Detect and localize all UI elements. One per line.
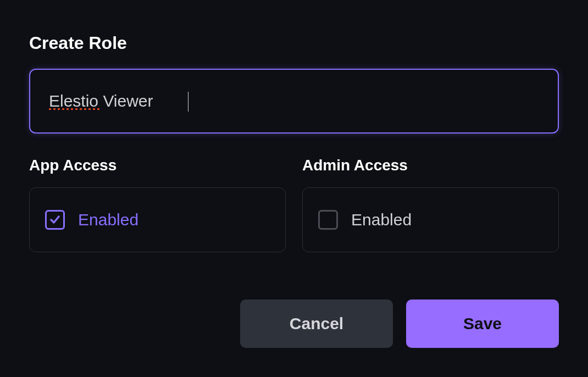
app-access-checkbox-card[interactable]: Enabled [29, 187, 286, 252]
admin-access-label: Admin Access [302, 157, 559, 174]
app-access-label: App Access [29, 157, 286, 174]
app-access-checkbox[interactable] [45, 210, 65, 230]
admin-access-checkbox[interactable] [318, 210, 338, 230]
role-name-input[interactable] [29, 69, 559, 134]
save-button[interactable]: Save [406, 300, 559, 348]
app-access-block: App Access Enabled [29, 157, 286, 252]
button-row: Cancel Save [240, 300, 559, 348]
page-title: Create Role [29, 33, 559, 53]
access-row: App Access Enabled Admin Access Enabled [29, 157, 559, 252]
admin-access-block: Admin Access Enabled [302, 157, 559, 252]
check-icon [49, 214, 61, 226]
admin-access-checkbox-card[interactable]: Enabled [302, 187, 559, 252]
app-access-check-label: Enabled [78, 210, 138, 229]
admin-access-check-label: Enabled [351, 210, 412, 229]
role-name-input-wrapper [29, 69, 559, 134]
cancel-button[interactable]: Cancel [240, 300, 393, 348]
